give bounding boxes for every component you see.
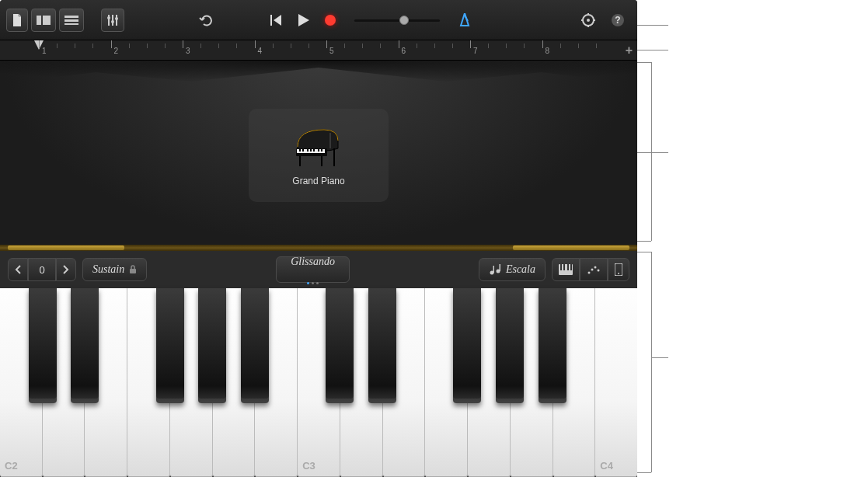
metronome-button[interactable] (452, 9, 477, 32)
black-key[interactable] (539, 288, 566, 403)
white-key[interactable]: C4 (595, 288, 637, 477)
octave-down-button[interactable] (8, 258, 28, 281)
tracks-icon (64, 16, 78, 25)
callout-line (637, 25, 668, 26)
undo-button[interactable] (193, 9, 219, 32)
arpeggiator-button[interactable] (580, 258, 608, 281)
svg-rect-31 (321, 156, 322, 166)
scale-button[interactable]: Escala (479, 258, 546, 281)
black-key[interactable] (198, 288, 226, 403)
svg-rect-25 (307, 149, 309, 151)
octave-label: C4 (600, 460, 613, 472)
keyboard-controls: 0 Sustain Glissando Escala (0, 251, 637, 288)
keyboard-icon (559, 264, 573, 275)
bar-number: 5 (329, 47, 334, 55)
help-icon: ? (611, 13, 625, 27)
record-button[interactable] (319, 9, 342, 32)
octave-group: 0 (8, 258, 76, 281)
piano-keyboard[interactable]: C2C3C4 (0, 288, 637, 477)
octave-label: C3 (302, 460, 315, 472)
slider-thumb[interactable] (399, 16, 409, 25)
tracks-button[interactable] (59, 9, 84, 32)
grand-piano-icon (291, 125, 346, 168)
track-controls-button[interactable] (101, 9, 124, 32)
black-key[interactable] (368, 288, 396, 403)
record-icon (325, 15, 336, 26)
instrument-area: Grand Piano (0, 61, 637, 245)
mode-page-dots (307, 282, 319, 284)
svg-rect-34 (130, 269, 136, 273)
keyboard-size-button[interactable] (608, 258, 629, 281)
callout-line (637, 50, 668, 50)
view-group (552, 258, 629, 281)
svg-point-6 (107, 16, 110, 19)
svg-rect-42 (567, 264, 569, 270)
keyboard-mode-button[interactable]: Glissando (276, 256, 350, 283)
help-button[interactable]: ? (605, 9, 631, 32)
callout-line (637, 252, 651, 252)
bar-number: 2 (114, 47, 119, 55)
svg-point-8 (111, 20, 114, 23)
callout-line (637, 152, 668, 153)
black-key[interactable] (29, 288, 57, 403)
rewind-button[interactable] (264, 9, 289, 32)
scale-label: Escala (506, 263, 535, 276)
black-key[interactable] (326, 288, 354, 403)
metronome-icon (458, 13, 471, 27)
screenshot-frame: ? + 12345678 (0, 0, 868, 477)
svg-point-10 (115, 17, 118, 20)
svg-point-49 (618, 273, 619, 274)
play-button[interactable] (292, 9, 315, 32)
svg-point-44 (588, 272, 591, 274)
notes-icon (489, 264, 501, 275)
black-key[interactable] (453, 288, 481, 403)
svg-rect-0 (37, 16, 41, 25)
svg-rect-28 (318, 149, 319, 151)
browser-button[interactable] (31, 9, 56, 32)
master-volume-slider[interactable] (354, 15, 440, 26)
callout-line (651, 357, 668, 358)
callout-line (651, 62, 652, 241)
gear-icon (581, 13, 595, 27)
browser-icon (37, 16, 51, 25)
bar-number: 1 (42, 47, 47, 55)
settings-button[interactable] (575, 9, 601, 32)
svg-rect-4 (64, 23, 78, 25)
sliders-icon (106, 15, 119, 26)
black-key[interactable] (71, 288, 99, 403)
instrument-tile[interactable]: Grand Piano (249, 109, 389, 202)
svg-rect-41 (563, 264, 565, 270)
svg-rect-1 (43, 16, 51, 25)
black-key[interactable] (241, 288, 269, 403)
chevron-right-icon (63, 265, 69, 274)
slider-track (354, 19, 440, 22)
rewind-icon (270, 15, 283, 26)
chevron-left-icon (15, 265, 21, 274)
timeline-ruler[interactable]: + 12345678 (0, 40, 637, 61)
svg-rect-3 (64, 19, 78, 22)
svg-rect-43 (570, 264, 572, 270)
svg-rect-24 (302, 149, 304, 151)
callout-line (637, 62, 651, 63)
svg-rect-37 (493, 266, 494, 273)
black-key[interactable] (496, 288, 524, 403)
callout-line (651, 252, 652, 472)
add-section-button[interactable]: + (626, 44, 633, 57)
sustain-label: Sustain (92, 263, 124, 276)
svg-rect-11 (270, 15, 272, 26)
my-songs-button[interactable] (6, 9, 28, 32)
bar-number: 8 (546, 47, 550, 55)
svg-rect-40 (560, 264, 562, 270)
keyboard-layout-button[interactable] (552, 258, 580, 281)
svg-point-47 (598, 270, 600, 272)
garageband-window: ? + 12345678 (0, 0, 637, 477)
sustain-button[interactable]: Sustain (82, 258, 147, 281)
svg-rect-38 (499, 264, 500, 271)
bar-number: 6 (402, 47, 406, 55)
callout-line (637, 472, 651, 473)
bar-number: 4 (258, 47, 263, 55)
svg-rect-30 (299, 156, 301, 166)
octave-up-button[interactable] (56, 258, 76, 281)
black-key[interactable] (156, 288, 184, 403)
octave-value: 0 (28, 258, 56, 281)
